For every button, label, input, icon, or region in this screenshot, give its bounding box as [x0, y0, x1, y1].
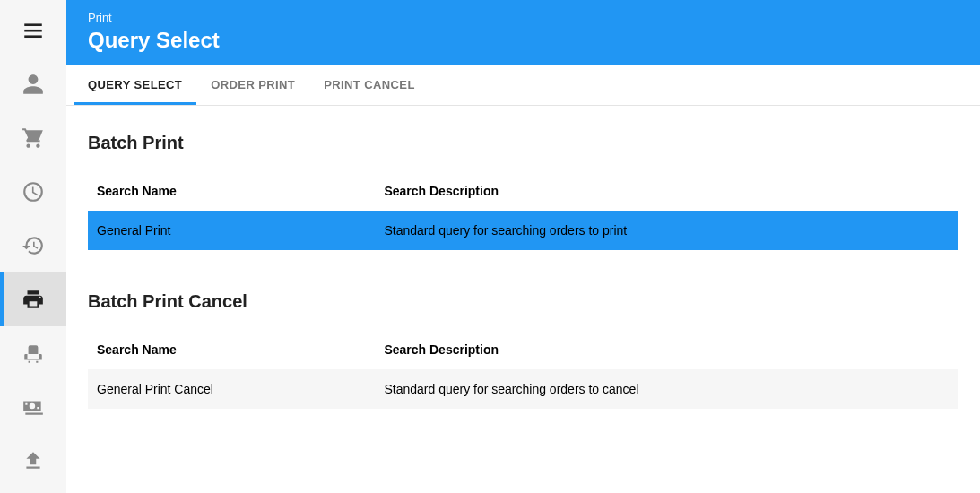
- svg-rect-0: [24, 23, 42, 26]
- content: Batch Print Search Name Search Descripti…: [66, 106, 980, 427]
- col-search-name: Search Name: [88, 175, 375, 211]
- cell-search-desc: Standard query for searching orders to c…: [375, 369, 958, 409]
- tabs: QUERY SELECT ORDER PRINT PRINT CANCEL: [66, 65, 980, 106]
- col-search-desc: Search Description: [375, 333, 958, 369]
- clock-icon: [22, 180, 45, 203]
- nav-cart[interactable]: [0, 111, 66, 165]
- seat-icon: [22, 342, 45, 365]
- menu-toggle[interactable]: [0, 13, 66, 48]
- header: Print Query Select: [66, 0, 980, 65]
- svg-rect-1: [24, 30, 42, 32]
- cell-search-desc: Standard query for searching orders to p…: [375, 211, 958, 250]
- cell-search-name: General Print Cancel: [88, 369, 375, 409]
- nav-print[interactable]: [0, 272, 66, 326]
- page-title: Query Select: [88, 28, 958, 53]
- sidebar: [0, 0, 66, 493]
- tab-order-print[interactable]: ORDER PRINT: [196, 65, 309, 105]
- batch-print-cancel-table: Search Name Search Description General P…: [88, 333, 958, 409]
- nav-user[interactable]: [0, 57, 66, 111]
- nav-clock[interactable]: [0, 165, 66, 219]
- history-icon: [22, 234, 45, 257]
- user-icon: [22, 73, 45, 96]
- cart-icon: [22, 126, 45, 150]
- section-heading-batch-print: Batch Print: [88, 133, 958, 153]
- nav-history[interactable]: [0, 219, 66, 272]
- tab-query-select[interactable]: QUERY SELECT: [74, 65, 196, 105]
- svg-rect-2: [24, 35, 42, 38]
- upload-icon: [22, 449, 45, 472]
- breadcrumb: Print: [88, 11, 958, 24]
- nav-upload[interactable]: [0, 434, 66, 488]
- tab-print-cancel[interactable]: PRINT CANCEL: [309, 65, 429, 105]
- cell-search-name: General Print: [88, 211, 375, 250]
- nav-cash[interactable]: [0, 380, 66, 434]
- col-search-desc: Search Description: [375, 175, 958, 211]
- cash-icon: [22, 395, 45, 419]
- nav-seat[interactable]: [0, 326, 66, 380]
- table-row[interactable]: General Print Standard query for searchi…: [88, 211, 958, 250]
- main: Print Query Select QUERY SELECT ORDER PR…: [66, 0, 980, 493]
- col-search-name: Search Name: [88, 333, 375, 369]
- table-row[interactable]: General Print Cancel Standard query for …: [88, 369, 958, 409]
- batch-print-table: Search Name Search Description General P…: [88, 175, 958, 250]
- print-icon: [22, 288, 45, 311]
- section-heading-batch-print-cancel: Batch Print Cancel: [88, 291, 958, 312]
- hamburger-icon: [22, 19, 45, 42]
